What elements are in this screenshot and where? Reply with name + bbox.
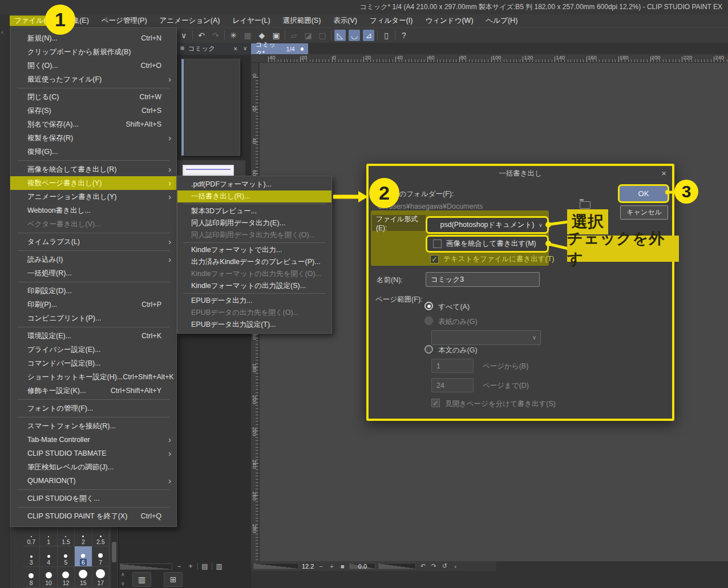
selection-shrink-icon[interactable]: ◪ — [302, 30, 314, 41]
snap-ruler-icon[interactable]: ◺ — [334, 30, 346, 41]
transform-icon[interactable]: ▦ — [242, 30, 253, 41]
export-submenu-item-2[interactable]: 一括書き出し(R)... — [177, 190, 331, 202]
file-menu-item-27[interactable]: 環境設定(E)...Ctrl+K — [10, 329, 176, 343]
selection-stencil-icon[interactable]: ▢ — [317, 30, 328, 41]
radio-cover-only[interactable] — [424, 317, 433, 325]
brush-size-12[interactable]: 12 — [58, 567, 75, 587]
zoom-out-icon[interactable]: − — [175, 562, 184, 570]
brush-size-17[interactable]: 17 — [92, 567, 110, 587]
file-menu-item-29[interactable]: コマンドバー設定(B)... — [10, 356, 176, 370]
panel-menu-chevron-icon[interactable]: ∨ — [243, 45, 247, 51]
menubar-item-7[interactable]: 表示(V) — [327, 15, 363, 26]
file-menu-item-37[interactable]: CLIP STUDIO TABMATE› — [10, 447, 176, 460]
brush-size-5[interactable]: 5 — [58, 546, 75, 567]
brush-size-3[interactable]: 3 — [23, 546, 40, 567]
help-icon[interactable]: ? — [398, 30, 410, 41]
file-menu-item-10[interactable]: 復帰(G)... — [10, 145, 176, 159]
file-menu-item-13[interactable]: 複数ページ書き出し(Y)› — [10, 176, 176, 190]
brush-size-1.5[interactable]: 1.5 — [58, 526, 75, 546]
frame-border-icon[interactable]: ▣ — [270, 30, 282, 41]
flatten-checkbox[interactable] — [433, 240, 442, 248]
redo-icon[interactable]: ↷ — [210, 30, 221, 41]
file-menu-item-38[interactable]: 筆圧検知レベルの調節(J)... — [10, 460, 176, 474]
canvas-zoom-in-icon[interactable]: + — [327, 563, 335, 570]
panel-collapse-icon[interactable]: ∨ — [178, 30, 189, 41]
snap-special-ruler-icon[interactable]: ◡ — [349, 30, 360, 41]
file-menu-item-33[interactable]: フォントの管理(F)... — [10, 402, 176, 415]
rotate-right-icon[interactable]: ↷ — [430, 562, 438, 570]
fill-icon[interactable]: ◆ — [256, 30, 268, 41]
brush-size-7[interactable]: 7 — [92, 546, 110, 567]
cancel-button[interactable]: キャンセル — [620, 205, 668, 220]
export-submenu-item-4[interactable]: 製本3Dプレビュー... — [177, 205, 331, 217]
busy-spinner-icon[interactable]: ✳ — [228, 30, 239, 41]
export-submenu-item-8[interactable]: Kindleフォーマットで出力... — [177, 244, 331, 256]
menubar-item-9[interactable]: ウィンドウ(W) — [419, 15, 479, 26]
file-menu-item-35[interactable]: スマートフォンを接続(R)... — [10, 419, 176, 433]
brush-size-15[interactable]: 15 — [75, 567, 92, 587]
spread-split-checkbox[interactable]: ✓ — [431, 399, 440, 407]
export-submenu-item-5[interactable]: 同人誌印刷用データ出力(E)... — [177, 217, 331, 229]
canvas-zoom-slider[interactable] — [253, 563, 299, 569]
brush-size-8[interactable]: 8 — [23, 567, 40, 587]
file-menu-item-1[interactable]: 新規(N)...Ctrl+N — [10, 31, 176, 45]
file-menu-item-18[interactable]: タイムラプス(L)› — [10, 235, 176, 249]
file-menu-item-3[interactable]: 開く(O)...Ctrl+O — [10, 59, 176, 72]
brush-size-0.7[interactable]: 0.7 — [23, 526, 40, 546]
file-menu-item-24[interactable]: 印刷(P)...Ctrl+P — [10, 298, 176, 311]
export-submenu-item-1[interactable]: .pdf(PDFフォーマット)... — [177, 179, 331, 190]
undo-icon[interactable]: ↶ — [196, 30, 207, 41]
name-input[interactable] — [426, 272, 540, 287]
ok-button[interactable]: OK — [618, 184, 669, 203]
rotate-slider[interactable] — [378, 563, 416, 569]
rotate-left-icon[interactable]: ↶ — [419, 562, 427, 570]
cover-type-dropdown[interactable]: ∨ — [431, 330, 541, 345]
menubar-item-10[interactable]: ヘルプ(H) — [480, 15, 524, 26]
thumbnail-small-icon[interactable]: ▤ — [200, 562, 209, 570]
page-manager-tab[interactable]: コミック — [188, 44, 215, 53]
file-menu-item-6[interactable]: 閉じる(C)Ctrl+W — [10, 90, 176, 104]
register-view-button[interactable]: ⊞ — [164, 572, 183, 587]
file-menu-item-7[interactable]: 保存(S)Ctrl+S — [10, 104, 176, 117]
brush-size-2[interactable]: 2 — [75, 526, 92, 546]
file-menu-item-28[interactable]: プライバシー設定(E)... — [10, 343, 176, 356]
dialog-close-icon[interactable]: × — [661, 168, 666, 178]
flatten-checkbox-row[interactable]: 画像を統合して書き出す(M) — [426, 235, 549, 253]
canvas-tab[interactable]: コミック* 1/4 — [251, 43, 308, 54]
file-menu-item-12[interactable]: 画像を統合して書き出し(R)› — [10, 163, 176, 176]
text-export-row[interactable]: ✓ テキストをファイルに書き出す(T) — [430, 254, 554, 264]
menubar-item-8[interactable]: フィルター(I) — [363, 15, 419, 26]
file-menu-item-23[interactable]: 印刷設定(D)... — [10, 284, 176, 298]
menubar-item-5[interactable]: レイヤー(L) — [226, 15, 276, 26]
brush-size-2.5[interactable]: 2.5 — [92, 526, 110, 546]
file-format-dropdown[interactable]: psd(Photoshopドキュメント) ∨ — [426, 216, 549, 234]
radio-all[interactable] — [424, 302, 433, 310]
snap-grid-icon[interactable]: ⊿ — [363, 30, 374, 41]
export-submenu-item-15[interactable]: EPUBデータ出力設定(T)... — [177, 319, 331, 331]
radio-body-only[interactable] — [424, 345, 433, 354]
page-to-input[interactable] — [431, 378, 474, 392]
file-menu-item-8[interactable]: 別名で保存(A)...Shift+Alt+S — [10, 117, 176, 131]
text-export-checkbox[interactable]: ✓ — [430, 255, 439, 263]
status-chevron-left-icon[interactable]: ‹ — [451, 563, 459, 570]
file-menu-item-21[interactable]: 一括処理(R)... — [10, 266, 176, 280]
page-thumbnail-1[interactable] — [181, 59, 240, 156]
page-scroll-down-icon[interactable]: ∨ — [121, 581, 125, 586]
file-menu-item-43[interactable]: CLIP STUDIO PAINT を終了(X)Ctrl+Q — [10, 509, 176, 523]
canvas-fit-icon[interactable]: ■ — [338, 563, 346, 570]
smartphone-icon[interactable]: ▯ — [381, 30, 392, 41]
dock-collapse-icon[interactable]: ‹ — [1, 29, 3, 35]
selection-lasso-icon[interactable]: ▱ — [288, 30, 300, 41]
export-submenu-item-11[interactable]: Kindleフォーマットの出力設定(S)... — [177, 280, 331, 292]
reset-rotation-icon[interactable]: ↺ — [440, 562, 448, 570]
menubar-item-4[interactable]: アニメーション(A) — [153, 15, 227, 26]
angle-box[interactable]: 0.0 — [349, 563, 375, 569]
menubar-item-6[interactable]: 選択範囲(S) — [277, 15, 327, 26]
file-menu-item-4[interactable]: 最近使ったファイル(F)› — [10, 72, 176, 86]
zoom-in-icon[interactable]: + — [186, 562, 195, 570]
file-menu-item-25[interactable]: コンビニプリント(P)... — [10, 311, 176, 325]
file-menu-item-15[interactable]: Webtoon書き出し... — [10, 204, 176, 217]
brush-size-4[interactable]: 4 — [40, 546, 57, 567]
file-menu-item-31[interactable]: 修飾キー設定(K)...Ctrl+Shift+Alt+Y — [10, 384, 176, 398]
brush-size-6[interactable]: 6 — [75, 546, 92, 567]
